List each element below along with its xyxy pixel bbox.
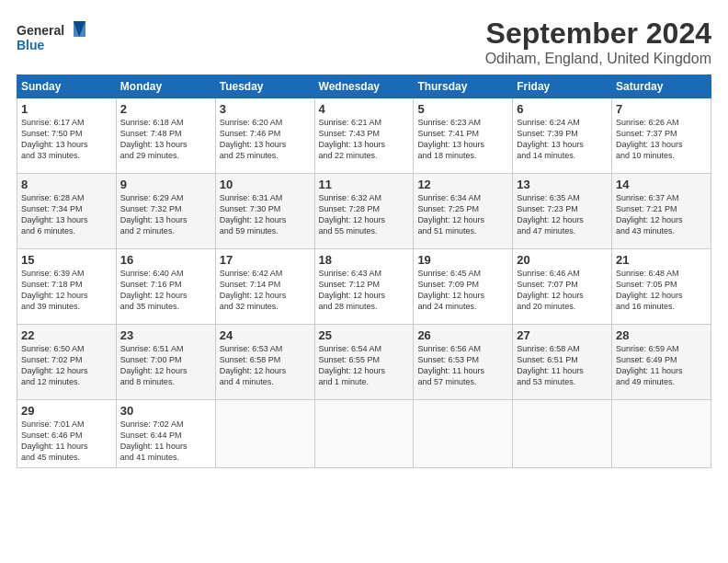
table-row: 16Sunrise: 6:40 AM Sunset: 7:16 PM Dayli… (116, 249, 215, 325)
day-info: Sunrise: 6:54 AM Sunset: 6:55 PM Dayligh… (319, 343, 410, 388)
day-info: Sunrise: 6:20 AM Sunset: 7:46 PM Dayligh… (220, 117, 311, 162)
day-number: 2 (120, 102, 211, 116)
logo-icon: General Blue (17, 17, 90, 58)
table-row: 28Sunrise: 6:59 AM Sunset: 6:49 PM Dayli… (612, 325, 711, 400)
table-row: 15Sunrise: 6:39 AM Sunset: 7:18 PM Dayli… (17, 249, 117, 325)
header-area: General Blue September 2024 Odiham, Engl… (17, 17, 711, 67)
table-row: 17Sunrise: 6:42 AM Sunset: 7:14 PM Dayli… (215, 249, 314, 325)
page: General Blue September 2024 Odiham, Engl… (0, 0, 728, 563)
day-info: Sunrise: 6:23 AM Sunset: 7:41 PM Dayligh… (417, 117, 508, 162)
day-info: Sunrise: 6:37 AM Sunset: 7:21 PM Dayligh… (616, 192, 707, 237)
day-info: Sunrise: 6:32 AM Sunset: 7:28 PM Dayligh… (319, 192, 410, 237)
table-row: 24Sunrise: 6:53 AM Sunset: 6:58 PM Dayli… (215, 325, 314, 400)
day-number: 20 (517, 253, 608, 267)
table-row: 25Sunrise: 6:54 AM Sunset: 6:55 PM Dayli… (314, 325, 414, 400)
col-sunday: Sunday (17, 75, 117, 98)
table-row: 9Sunrise: 6:29 AM Sunset: 7:32 PM Daylig… (116, 174, 215, 249)
day-info: Sunrise: 6:50 AM Sunset: 7:02 PM Dayligh… (21, 343, 112, 388)
day-info: Sunrise: 6:24 AM Sunset: 7:39 PM Dayligh… (517, 117, 608, 162)
day-info: Sunrise: 6:35 AM Sunset: 7:23 PM Dayligh… (517, 192, 608, 237)
day-number: 1 (21, 102, 112, 116)
day-info: Sunrise: 6:43 AM Sunset: 7:12 PM Dayligh… (319, 268, 410, 313)
day-number: 24 (220, 328, 311, 342)
header-row: Sunday Monday Tuesday Wednesday Thursday… (17, 75, 711, 98)
table-row: 18Sunrise: 6:43 AM Sunset: 7:12 PM Dayli… (314, 249, 414, 325)
logo: General Blue (17, 17, 90, 58)
day-info: Sunrise: 6:53 AM Sunset: 6:58 PM Dayligh… (220, 343, 311, 388)
day-number: 3 (220, 102, 311, 116)
table-row: 22Sunrise: 6:50 AM Sunset: 7:02 PM Dayli… (17, 325, 117, 400)
table-row: 6Sunrise: 6:24 AM Sunset: 7:39 PM Daylig… (513, 98, 612, 174)
day-number: 9 (120, 178, 211, 191)
day-number: 21 (616, 253, 707, 267)
table-row: 5Sunrise: 6:23 AM Sunset: 7:41 PM Daylig… (414, 98, 513, 174)
table-row: 12Sunrise: 6:34 AM Sunset: 7:25 PM Dayli… (414, 174, 513, 249)
table-row: 19Sunrise: 6:45 AM Sunset: 7:09 PM Dayli… (414, 249, 513, 325)
day-info: Sunrise: 7:02 AM Sunset: 6:44 PM Dayligh… (120, 419, 211, 464)
day-info: Sunrise: 6:45 AM Sunset: 7:09 PM Dayligh… (417, 268, 508, 313)
day-info: Sunrise: 6:46 AM Sunset: 7:07 PM Dayligh… (517, 268, 608, 313)
day-number: 23 (120, 328, 211, 342)
table-row (513, 400, 612, 468)
day-info: Sunrise: 6:56 AM Sunset: 6:53 PM Dayligh… (417, 343, 508, 388)
day-info: Sunrise: 6:58 AM Sunset: 6:51 PM Dayligh… (517, 343, 608, 388)
day-number: 29 (21, 404, 112, 418)
day-info: Sunrise: 6:28 AM Sunset: 7:34 PM Dayligh… (21, 192, 112, 237)
table-row: 27Sunrise: 6:58 AM Sunset: 6:51 PM Dayli… (513, 325, 612, 400)
day-number: 11 (319, 178, 410, 191)
day-info: Sunrise: 6:18 AM Sunset: 7:48 PM Dayligh… (120, 117, 211, 162)
day-number: 27 (517, 328, 608, 342)
month-title: September 2024 (485, 17, 711, 51)
col-saturday: Saturday (612, 75, 711, 98)
table-row: 4Sunrise: 6:21 AM Sunset: 7:43 PM Daylig… (314, 98, 414, 174)
day-info: Sunrise: 7:01 AM Sunset: 6:46 PM Dayligh… (21, 419, 112, 464)
day-info: Sunrise: 6:34 AM Sunset: 7:25 PM Dayligh… (417, 192, 508, 237)
day-number: 15 (21, 253, 112, 267)
table-row: 10Sunrise: 6:31 AM Sunset: 7:30 PM Dayli… (215, 174, 314, 249)
col-wednesday: Wednesday (314, 75, 414, 98)
day-info: Sunrise: 6:26 AM Sunset: 7:37 PM Dayligh… (616, 117, 707, 162)
day-info: Sunrise: 6:29 AM Sunset: 7:32 PM Dayligh… (120, 192, 211, 237)
table-row: 26Sunrise: 6:56 AM Sunset: 6:53 PM Dayli… (414, 325, 513, 400)
table-row: 8Sunrise: 6:28 AM Sunset: 7:34 PM Daylig… (17, 174, 117, 249)
table-row: 29Sunrise: 7:01 AM Sunset: 6:46 PM Dayli… (17, 400, 117, 468)
table-row (215, 400, 314, 468)
day-number: 17 (220, 253, 311, 267)
table-row: 21Sunrise: 6:48 AM Sunset: 7:05 PM Dayli… (612, 249, 711, 325)
day-info: Sunrise: 6:31 AM Sunset: 7:30 PM Dayligh… (220, 192, 311, 237)
day-number: 26 (417, 328, 508, 342)
day-number: 22 (21, 328, 112, 342)
day-number: 25 (319, 328, 410, 342)
table-row: 2Sunrise: 6:18 AM Sunset: 7:48 PM Daylig… (116, 98, 215, 174)
day-number: 28 (616, 328, 707, 342)
table-row (414, 400, 513, 468)
day-number: 4 (319, 102, 410, 116)
day-number: 14 (616, 178, 707, 191)
table-row: 7Sunrise: 6:26 AM Sunset: 7:37 PM Daylig… (612, 98, 711, 174)
day-number: 18 (319, 253, 410, 267)
calendar-table: Sunday Monday Tuesday Wednesday Thursday… (17, 75, 711, 468)
day-number: 30 (120, 404, 211, 418)
day-info: Sunrise: 6:48 AM Sunset: 7:05 PM Dayligh… (616, 268, 707, 313)
day-info: Sunrise: 6:40 AM Sunset: 7:16 PM Dayligh… (120, 268, 211, 313)
table-row (612, 400, 711, 468)
day-number: 7 (616, 102, 707, 116)
location-title: Odiham, England, United Kingdom (485, 51, 711, 67)
day-number: 19 (417, 253, 508, 267)
day-number: 6 (517, 102, 608, 116)
day-number: 16 (120, 253, 211, 267)
day-number: 8 (21, 178, 112, 191)
table-row: 23Sunrise: 6:51 AM Sunset: 7:00 PM Dayli… (116, 325, 215, 400)
table-row: 11Sunrise: 6:32 AM Sunset: 7:28 PM Dayli… (314, 174, 414, 249)
table-row: 1Sunrise: 6:17 AM Sunset: 7:50 PM Daylig… (17, 98, 117, 174)
table-row: 13Sunrise: 6:35 AM Sunset: 7:23 PM Dayli… (513, 174, 612, 249)
col-friday: Friday (513, 75, 612, 98)
day-number: 10 (220, 178, 311, 191)
day-info: Sunrise: 6:39 AM Sunset: 7:18 PM Dayligh… (21, 268, 112, 313)
col-tuesday: Tuesday (215, 75, 314, 98)
day-number: 5 (417, 102, 508, 116)
svg-text:General: General (17, 23, 64, 38)
day-info: Sunrise: 6:17 AM Sunset: 7:50 PM Dayligh… (21, 117, 112, 162)
table-row: 14Sunrise: 6:37 AM Sunset: 7:21 PM Dayli… (612, 174, 711, 249)
day-number: 13 (517, 178, 608, 191)
